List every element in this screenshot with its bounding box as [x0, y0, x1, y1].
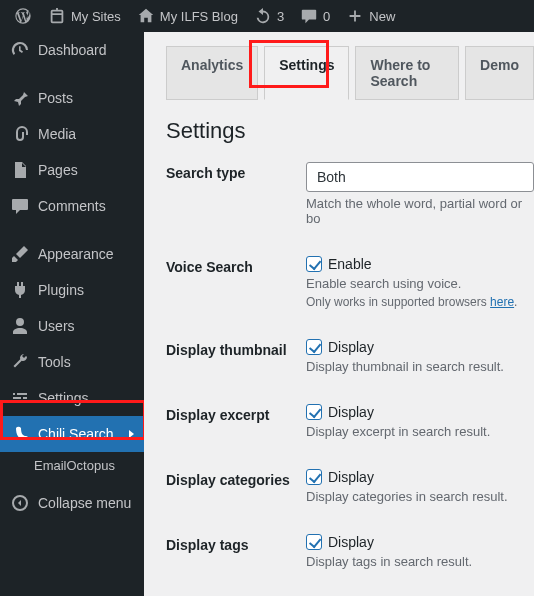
desc-tags: Display tags in search result. [306, 554, 534, 569]
label-categories: Display categories [166, 469, 306, 488]
adminbar-my-sites-label: My Sites [71, 9, 121, 24]
menu-dashboard[interactable]: Dashboard [0, 32, 144, 68]
menu-label: Plugins [38, 282, 84, 298]
row-excerpt: Display excerpt Display Display excerpt … [166, 404, 534, 439]
adminbar-new[interactable]: New [338, 0, 403, 32]
link-browsers-here[interactable]: here [490, 295, 514, 309]
user-icon [10, 316, 30, 336]
chili-icon [10, 424, 30, 444]
submenu-emailoctopus[interactable]: EmailOctopus [0, 452, 144, 479]
chk-label-categories: Display [328, 469, 374, 485]
page-title: Settings [166, 118, 534, 144]
plus-icon [346, 7, 364, 25]
menu-label: Dashboard [38, 42, 107, 58]
checkbox-thumbnail[interactable] [306, 339, 322, 355]
sliders-icon [10, 388, 30, 408]
checkbox-excerpt[interactable] [306, 404, 322, 420]
menu-users[interactable]: Users [0, 308, 144, 344]
menu-label: Pages [38, 162, 78, 178]
checkbox-tags[interactable] [306, 534, 322, 550]
collapse-icon [10, 493, 30, 513]
select-search-type[interactable] [306, 162, 534, 192]
comment-icon [300, 7, 318, 25]
label-thumbnail: Display thumbnail [166, 339, 306, 358]
menu-label: Tools [38, 354, 71, 370]
desc-thumbnail: Display thumbnail in search result. [306, 359, 534, 374]
menu-label: Appearance [38, 246, 114, 262]
admin-sidebar: Dashboard Posts Media Pages Comments App… [0, 32, 144, 596]
refresh-icon [254, 7, 272, 25]
adminbar-comment-count: 0 [323, 9, 330, 24]
row-tags: Display tags Display Display tags in sea… [166, 534, 534, 569]
row-voice-search: Voice Search Enable Enable search using … [166, 256, 534, 309]
dashboard-icon [10, 40, 30, 60]
adminbar-comments[interactable]: 0 [292, 0, 338, 32]
menu-label: Settings [38, 390, 89, 406]
label-voice-search: Voice Search [166, 256, 306, 275]
adminbar-logo[interactable] [6, 0, 40, 32]
media-icon [10, 124, 30, 144]
menu-label: Media [38, 126, 76, 142]
checkbox-voice-search[interactable] [306, 256, 322, 272]
brush-icon [10, 244, 30, 264]
adminbar-blog-label: My ILFS Blog [160, 9, 238, 24]
label-search-type: Search type [166, 162, 306, 181]
chevron-right-icon [129, 430, 134, 438]
row-categories: Display categories Display Display categ… [166, 469, 534, 504]
tab-where-to-search[interactable]: Where to Search [355, 46, 459, 100]
menu-chili-search[interactable]: Chili Search [0, 416, 144, 452]
home-icon [137, 7, 155, 25]
desc-voice-search-2: Only works in supported browsers here. [306, 295, 534, 309]
menu-appearance[interactable]: Appearance [0, 236, 144, 272]
wordpress-icon [14, 7, 32, 25]
desc-categories: Display categories in search result. [306, 489, 534, 504]
desc-excerpt: Display excerpt in search result. [306, 424, 534, 439]
menu-posts[interactable]: Posts [0, 80, 144, 116]
adminbar-blog[interactable]: My ILFS Blog [129, 0, 246, 32]
sites-icon [48, 7, 66, 25]
chk-label-voice-search: Enable [328, 256, 372, 272]
menu-label: Chili Search [38, 426, 113, 442]
tab-settings[interactable]: Settings [264, 46, 349, 100]
label-excerpt: Display excerpt [166, 404, 306, 423]
menu-comments[interactable]: Comments [0, 188, 144, 224]
menu-collapse[interactable]: Collapse menu [0, 485, 144, 521]
content-area: Analytics Settings Where to Search Demo … [144, 32, 534, 596]
desc-search-type: Match the whole word, partial word or bo [306, 196, 534, 226]
menu-plugins[interactable]: Plugins [0, 272, 144, 308]
adminbar-refresh-count: 3 [277, 9, 284, 24]
adminbar-my-sites[interactable]: My Sites [40, 0, 129, 32]
row-thumbnail: Display thumbnail Display Display thumbn… [166, 339, 534, 374]
menu-pages[interactable]: Pages [0, 152, 144, 188]
page-icon [10, 160, 30, 180]
chk-label-thumbnail: Display [328, 339, 374, 355]
comments-icon [10, 196, 30, 216]
chk-label-excerpt: Display [328, 404, 374, 420]
menu-tools[interactable]: Tools [0, 344, 144, 380]
desc-voice-search: Enable search using voice. [306, 276, 534, 291]
row-search-type: Search type Match the whole word, partia… [166, 162, 534, 226]
plug-icon [10, 280, 30, 300]
menu-settings[interactable]: Settings [0, 380, 144, 416]
tab-analytics[interactable]: Analytics [166, 46, 258, 100]
tabs: Analytics Settings Where to Search Demo [166, 46, 534, 100]
checkbox-categories[interactable] [306, 469, 322, 485]
menu-label: Collapse menu [38, 495, 131, 511]
admin-bar: My Sites My ILFS Blog 3 0 New [0, 0, 534, 32]
menu-label: Comments [38, 198, 106, 214]
submenu-label: EmailOctopus [34, 458, 115, 473]
pin-icon [10, 88, 30, 108]
menu-media[interactable]: Media [0, 116, 144, 152]
chk-label-tags: Display [328, 534, 374, 550]
adminbar-refresh[interactable]: 3 [246, 0, 292, 32]
tab-demo[interactable]: Demo [465, 46, 534, 100]
menu-label: Posts [38, 90, 73, 106]
menu-label: Users [38, 318, 75, 334]
wrench-icon [10, 352, 30, 372]
adminbar-new-label: New [369, 9, 395, 24]
label-tags: Display tags [166, 534, 306, 553]
